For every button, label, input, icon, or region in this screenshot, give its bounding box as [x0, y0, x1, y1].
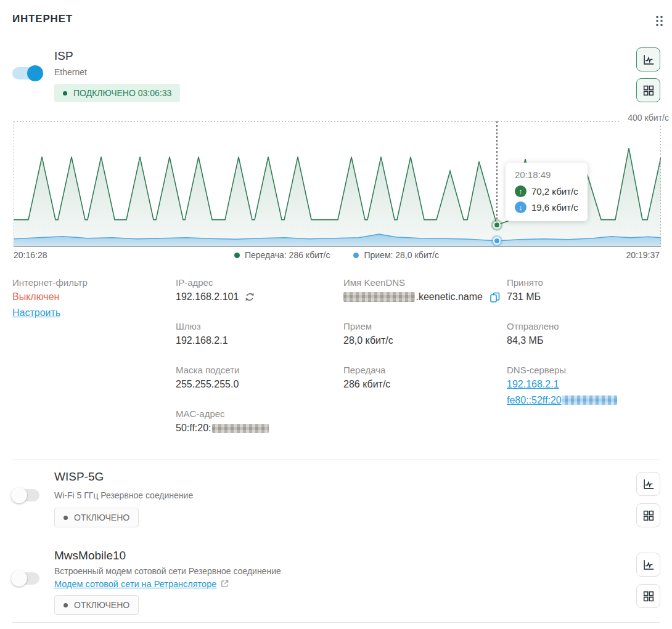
wisp-type: Wi-Fi 5 ГГц Резервное соединение: [54, 490, 193, 500]
wisp-grid-view-button[interactable]: [636, 503, 660, 527]
dns-server-2-redacted: [562, 396, 617, 405]
rx-hover-marker: [491, 235, 503, 247]
grid-icon: [642, 509, 655, 522]
renew-ip-icon[interactable]: [244, 291, 255, 302]
details-column-filter: Интернет-фильтр Выключен Настроить: [12, 276, 170, 336]
mws-type: Встроенный модем сотовой сети Резервное …: [54, 566, 281, 576]
mask-value: 255.255.255.0: [176, 376, 333, 392]
upload-arrow-icon: ↑: [515, 185, 527, 197]
isp-type: Ethernet: [54, 67, 87, 77]
keendns-label: Имя KeenDNS: [343, 276, 501, 289]
keendns-value-redacted: [343, 292, 415, 302]
mws-grid-view-button[interactable]: [636, 584, 660, 608]
legend-item-tx: Передача: 286 кбит/с: [234, 250, 330, 260]
tx-rate-value: 286 кбит/с: [343, 376, 501, 392]
line-chart-icon: [642, 558, 655, 572]
details-column-totals: Принято 731 МБ Отправлено 84,3 МБ DNS-се…: [507, 276, 664, 423]
rx-legend-dot-icon: [353, 253, 359, 258]
tooltip-time: 20:18:49: [515, 169, 578, 180]
legend-item-rx: Прием: 28,0 кбит/с: [353, 250, 439, 260]
wisp-status-badge: ОТКЛЮЧЕНО: [54, 508, 139, 527]
tx-legend-dot-icon: [234, 253, 240, 258]
mac-label: MAC-адрес: [176, 407, 333, 420]
gateway-label: Шлюз: [176, 320, 333, 333]
mask-label: Маска подсети: [176, 363, 333, 376]
rx-rate-value: 28,0 кбит/с: [343, 333, 501, 349]
received-value: 731 МБ: [507, 289, 664, 305]
mac-value-redacted: [212, 424, 269, 433]
grid-icon: [642, 590, 655, 603]
tooltip-tx-value: 70,2 кбит/с: [531, 186, 578, 197]
filter-value: Выключен: [12, 289, 170, 305]
mws-toggle[interactable]: [12, 570, 42, 586]
sent-value: 84,3 МБ: [507, 333, 664, 349]
line-chart-icon: [642, 53, 655, 67]
dns-server-1-link[interactable]: 192.168.2.1: [507, 376, 559, 392]
ip-label: IP-адрес: [176, 276, 333, 289]
status-dot-icon: [63, 91, 67, 95]
internet-page: ИНТЕРНЕТ ISP Ethernet ПОДКЛЮЧЕНО 03:06:3…: [0, 0, 672, 629]
details-column-network: IP-адрес 192.168.2.101 Шлюз 192.16: [176, 276, 333, 451]
status-dot-icon: [64, 603, 68, 607]
tx-rate-label: Передача: [343, 363, 501, 376]
external-link-icon: [220, 579, 229, 590]
chart-legend: Передача: 286 кбит/с Прием: 28,0 кбит/с: [14, 250, 660, 260]
isp-status-badge: ПОДКЛЮЧЕНО 03:06:33: [54, 84, 180, 102]
mac-value-prefix: 50:ff:20:: [176, 420, 211, 436]
isp-status-text: ПОДКЛЮЧЕНО 03:06:33: [73, 88, 171, 98]
tooltip-rx-value: 19,6 кбит/с: [531, 202, 578, 213]
mws-status-badge: ОТКЛЮЧЕНО: [54, 595, 139, 615]
status-dot-icon: [64, 516, 68, 520]
mws-link-row: Модем сотовой сети на Ретрансляторе: [54, 579, 229, 590]
chart-tooltip: 20:18:49 ↑ 70,2 кбит/с ↓ 19,6 кбит/с: [506, 163, 588, 221]
grid-icon: [642, 84, 655, 97]
wisp-chart-view-button[interactable]: [636, 472, 660, 496]
sent-label: Отправлено: [507, 320, 664, 333]
download-arrow-icon: ↓: [515, 201, 527, 213]
configure-link[interactable]: Настроить: [12, 305, 60, 321]
copy-icon[interactable]: [489, 291, 501, 303]
gateway-value: 192.168.2.1: [176, 333, 333, 349]
section-divider: [12, 622, 660, 623]
isp-grid-view-button[interactable]: [636, 78, 660, 102]
chart-axis-row: 20:16:28 Передача: 286 кбит/с Прием: 28,…: [14, 250, 660, 260]
mws-name: MwsMobile10: [54, 549, 126, 562]
isp-toggle[interactable]: [12, 65, 42, 81]
mws-chart-view-button[interactable]: [636, 553, 660, 577]
received-label: Принято: [507, 276, 664, 289]
dns-server-2-link[interactable]: fe80::52ff:20: [507, 392, 617, 408]
isp-name: ISP: [54, 49, 73, 63]
ip-value: 192.168.2.101: [176, 289, 239, 305]
section-divider: [12, 460, 660, 460]
drag-handle-icon[interactable]: [654, 15, 665, 27]
wisp-toggle[interactable]: [12, 487, 42, 503]
mws-status-text: ОТКЛЮЧЕНО: [74, 600, 129, 610]
modem-retranslator-link[interactable]: Модем сотовой сети на Ретрансляторе: [54, 579, 216, 589]
rx-rate-label: Прием: [343, 320, 501, 333]
isp-chart-view-button[interactable]: [636, 47, 660, 71]
dns-label: DNS-серверы: [507, 363, 664, 376]
filter-label: Интернет-фильтр: [12, 276, 170, 289]
keendns-value-suffix: .keenetic.name: [416, 289, 483, 305]
tx-hover-marker: [491, 219, 503, 231]
details-column-rates: Имя KeenDNS .keenetic.name Прием 28,0 кб…: [343, 276, 501, 407]
wisp-status-text: ОТКЛЮЧЕНО: [74, 513, 129, 522]
page-title: ИНТЕРНЕТ: [12, 13, 73, 25]
wisp-name: WISP-5G: [54, 470, 104, 484]
line-chart-icon: [642, 477, 655, 491]
